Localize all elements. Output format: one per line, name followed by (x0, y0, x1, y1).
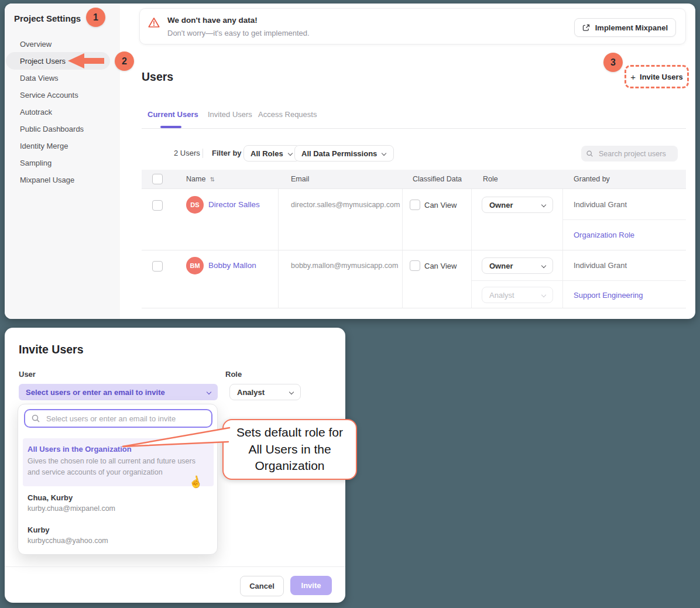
option-user-name[interactable]: Kurby (28, 525, 50, 534)
can-view-label: Can View (424, 262, 457, 270)
chevron-down-icon (541, 202, 547, 208)
permissions-filter-label: All Data Permissions (301, 149, 377, 158)
granted-sub-divider (471, 280, 686, 281)
chevron-down-icon (289, 390, 294, 395)
sort-icon: ⇅ (210, 176, 215, 183)
row-checkbox[interactable] (152, 200, 163, 211)
select-all-checkbox[interactable] (152, 174, 163, 184)
banner-title: We don't have any data! (167, 16, 258, 25)
row-checkbox[interactable] (152, 261, 163, 272)
chevron-down-icon (288, 151, 293, 156)
chevron-down-icon (382, 151, 387, 156)
sidebar-item-public-dashboards[interactable]: Public Dashboards (5, 121, 120, 138)
sidebar-item-mixpanel-usage[interactable]: Mixpanel Usage (5, 171, 120, 188)
can-view-checkbox[interactable] (410, 200, 420, 210)
canvas: Project Settings Overview Project Users … (0, 0, 700, 608)
no-data-banner: We don't have any data! Don't worry—it's… (139, 8, 686, 44)
permissions-filter-dropdown[interactable]: All Data Permissions (294, 145, 394, 162)
avatar: DS (186, 196, 204, 214)
modal-footer-divider (5, 566, 345, 567)
callout-text: Sets default role for All Users in the O… (232, 424, 348, 474)
role-select[interactable]: Owner (482, 197, 553, 213)
col-role: Role (483, 175, 498, 183)
annotation-badge-3: 3 (603, 53, 623, 72)
user-select[interactable]: Select users or enter an email to invite (19, 384, 218, 400)
option-all-users[interactable]: All Users in the Organization Gives the … (23, 438, 214, 486)
column-divider (562, 189, 563, 308)
option-user-email: kurby.chua@mixpanel.com (28, 504, 115, 513)
user-search-box[interactable] (24, 409, 212, 428)
granted-sub-divider (562, 219, 686, 220)
page-title: Project Settings (14, 13, 81, 23)
granted-by-value: Individual Grant (574, 261, 627, 270)
search-icon (31, 414, 40, 423)
implement-mixpanel-label: Implement Mixpanel (595, 23, 668, 32)
invite-users-label: Invite Users (640, 73, 683, 81)
implement-mixpanel-button[interactable]: Implement Mixpanel (574, 18, 676, 37)
chevron-down-icon (541, 293, 547, 298)
sidebar-item-data-views[interactable]: Data Views (5, 70, 120, 87)
column-divider (402, 189, 403, 308)
option-all-users-label: All Users in the Organization (28, 445, 209, 454)
invite-users-button[interactable]: + Invite Users (629, 69, 685, 84)
option-all-users-desc: Gives the chosen role to all current and… (28, 456, 203, 478)
can-view-checkbox[interactable] (410, 260, 420, 271)
tab-current-users[interactable]: Current Users (147, 110, 198, 119)
granted-by-link[interactable]: Support Engineering (574, 291, 643, 300)
role-select-disabled: Analyst (482, 287, 553, 303)
granted-by-value: Individual Grant (574, 200, 627, 209)
user-field-label: User (19, 370, 36, 379)
sidebar-item-sampling[interactable]: Sampling (5, 154, 120, 171)
chevron-down-icon (207, 390, 212, 395)
search-icon (586, 149, 593, 158)
users-tabs: Current Users Invited Users Access Reque… (142, 104, 686, 129)
search-project-users-input[interactable] (598, 149, 673, 159)
tab-access-requests[interactable]: Access Requests (258, 110, 317, 119)
tab-invited-users[interactable]: Invited Users (208, 110, 252, 119)
column-divider (278, 189, 279, 308)
user-name-link[interactable]: Bobby Mallon (208, 261, 256, 270)
search-project-users[interactable] (581, 146, 678, 162)
warning-icon (148, 17, 160, 28)
role-select[interactable]: Owner (482, 257, 553, 274)
col-granted-by: Granted by (574, 175, 610, 183)
modal-title: Invite Users (19, 343, 84, 356)
chevron-down-icon (541, 263, 547, 269)
row-divider (142, 250, 686, 250)
plus-icon: + (630, 73, 636, 81)
sidebar-item-overview[interactable]: Overview (5, 36, 120, 53)
sidebar-item-autotrack[interactable]: Autotrack (5, 104, 120, 121)
sidebar-item-identity-merge[interactable]: Identity Merge (5, 138, 120, 154)
sidebar-item-service-accounts[interactable]: Service Accounts (5, 87, 120, 104)
users-table-header: Name ⇅ Email Classified Data Role Grante… (142, 170, 686, 188)
user-name-link[interactable]: Director Salles (208, 200, 260, 209)
user-search-input[interactable] (45, 414, 205, 424)
filter-divider (203, 149, 203, 158)
option-user-email: kurbycchua@yahoo.com (28, 537, 108, 545)
col-name[interactable]: Name ⇅ (186, 175, 215, 183)
option-user-name[interactable]: Chua, Kurby (28, 493, 73, 502)
annotation-badge-1: 1 (86, 8, 105, 27)
cancel-button[interactable]: Cancel (240, 576, 284, 596)
role-select-modal[interactable]: Analyst (229, 384, 301, 400)
callout-bubble: Sets default role for All Users in the O… (222, 419, 357, 480)
roles-filter-dropdown[interactable]: All Roles (243, 145, 300, 162)
granted-by-link[interactable]: Organization Role (574, 231, 634, 239)
users-table-body: DS Director Salles director.salles@mymus… (142, 188, 686, 308)
user-email: director.salles@mymusicapp.com (291, 201, 400, 209)
can-view-label: Can View (424, 201, 457, 209)
user-email: bobby.mallon@mymusicapp.com (291, 262, 398, 270)
annotation-arrow-icon (68, 53, 105, 69)
column-divider (471, 189, 472, 308)
invite-button[interactable]: Invite (290, 576, 332, 595)
col-email: Email (291, 175, 309, 183)
role-field-label: Role (225, 370, 242, 379)
active-tab-underline (160, 126, 181, 128)
banner-subtitle: Don't worry—it's easy to get implemented… (167, 29, 310, 37)
users-heading: Users (142, 70, 173, 84)
project-settings-panel: Project Settings Overview Project Users … (5, 4, 695, 319)
external-link-icon (582, 24, 590, 32)
avatar: BM (186, 257, 204, 274)
roles-filter-label: All Roles (251, 149, 283, 158)
settings-sidebar: Project Settings Overview Project Users … (5, 4, 120, 319)
